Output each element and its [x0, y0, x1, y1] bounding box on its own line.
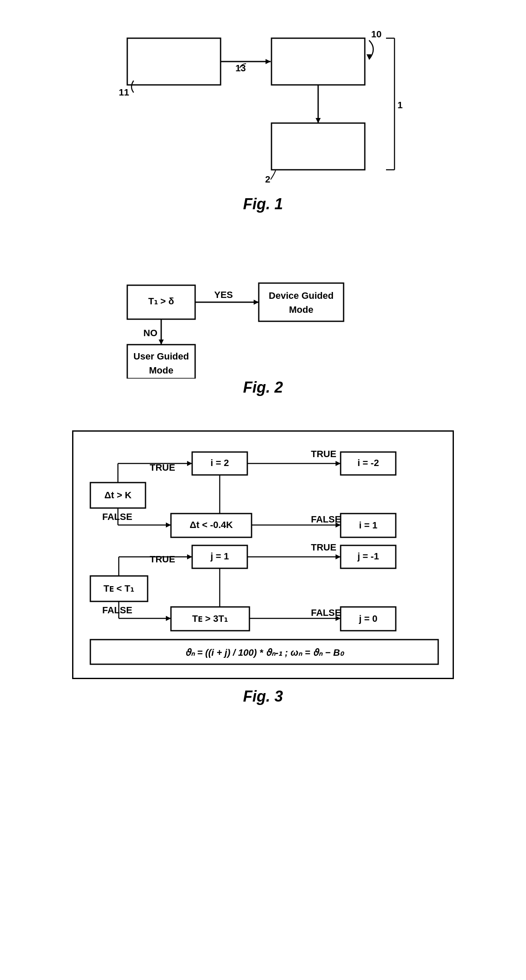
fig1-box-11: [127, 38, 221, 85]
callout-10: 10: [371, 29, 381, 39]
callout-1: 1: [397, 100, 403, 110]
fig2-device-guided-line1: Device Guided: [269, 290, 334, 301]
figure-3-section: Δt > K TRUE i = 2 TRUE i = -2 FALSE: [25, 422, 501, 705]
callout-2: 2: [265, 174, 270, 185]
fig2-decision-label: T₁ > δ: [148, 296, 174, 306]
figure-1-section: 11 10 13 2: [25, 17, 501, 213]
fig1-diagram: 11 10 13 2: [115, 25, 411, 187]
fig2-device-guided-box: [259, 283, 344, 321]
svg-marker-17: [166, 522, 171, 528]
fig3-te-3t1-label: Tᴇ > 3T₁: [192, 613, 228, 624]
svg-marker-14: [336, 461, 341, 466]
fig2-no-label: NO: [143, 328, 157, 338]
fig3-j0-label: j = 0: [358, 613, 377, 624]
svg-marker-23: [187, 554, 192, 559]
fig3-i1-label: i = 1: [359, 520, 377, 531]
fig2-user-guided-line1: User Guided: [134, 351, 189, 362]
fig3-formula-text: ϑₙ = ((i + j) / 100) * ϑₙ‑₁ ; ωₙ = ϑₙ − …: [185, 647, 345, 658]
fig3-delta-t-sub-label: Δt < -0.4K: [190, 519, 233, 530]
fig3-i2-label: i = 2: [210, 458, 229, 468]
fig3-caption: Fig. 3: [243, 688, 283, 705]
figure-2-section: T₁ > δ YES Device Guided Mode NO User Gu…: [25, 239, 501, 396]
callout-11: 11: [119, 87, 129, 98]
fig2-diagram: T₁ > δ YES Device Guided Mode NO User Gu…: [115, 251, 411, 370]
fig1-box-10: [271, 38, 365, 85]
fig3-true3-label: TRUE: [150, 554, 175, 564]
svg-marker-7: [254, 300, 259, 305]
fig3-j-1-label: j = -1: [357, 551, 379, 562]
svg-marker-12: [187, 461, 192, 466]
fig1-svg: 11 10 13 2: [115, 25, 411, 187]
svg-marker-9: [159, 340, 164, 345]
fig3-te-t1-label: Tᴇ < T₁: [104, 583, 134, 594]
fig3-false1-label: FALSE: [102, 511, 132, 522]
fig2-svg: T₁ > δ YES Device Guided Mode NO User Gu…: [115, 251, 433, 379]
fig3-wrapper: Δt > K TRUE i = 2 TRUE i = -2 FALSE: [72, 430, 454, 679]
fig3-i-2-label: i = -2: [358, 458, 379, 468]
fig3-j1-label: j = 1: [210, 551, 229, 562]
fig3-true4-label: TRUE: [311, 542, 336, 553]
fig2-user-guided-line2: Mode: [149, 365, 173, 376]
fig3-false3-label: FALSE: [102, 605, 132, 615]
fig3-svg: Δt > K TRUE i = 2 TRUE i = -2 FALSE: [86, 444, 442, 665]
fig3-delta-t-label: Δt > K: [104, 490, 132, 500]
fig3-true2-label: TRUE: [311, 449, 336, 459]
svg-marker-2: [316, 118, 321, 123]
fig2-caption: Fig. 2: [243, 379, 283, 396]
label-13: 13: [235, 63, 246, 73]
fig2-device-guided-line2: Mode: [289, 304, 313, 315]
arrow-11-to-10: [266, 59, 271, 64]
svg-marker-28: [166, 616, 171, 621]
fig2-yes-label: YES: [214, 289, 233, 300]
fig1-caption: Fig. 1: [243, 195, 283, 213]
fig1-box-2: [271, 123, 365, 170]
svg-marker-25: [336, 554, 341, 559]
